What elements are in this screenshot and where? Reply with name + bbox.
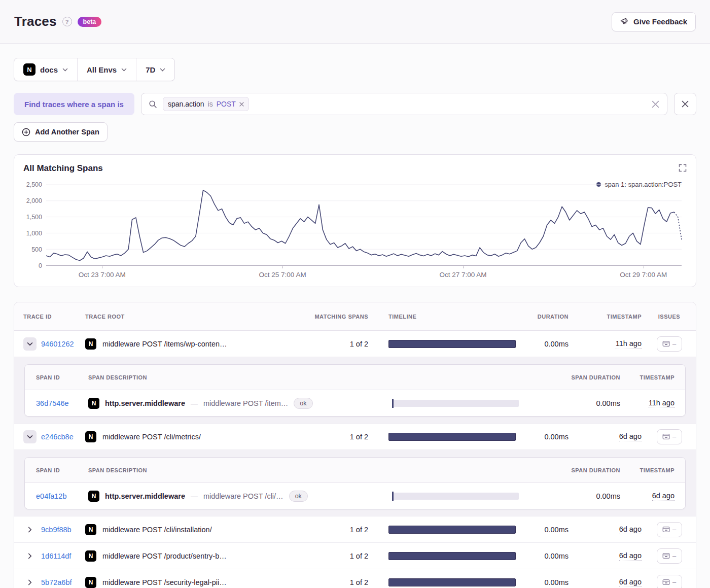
chart-x-axis: Oct 23 7:00 AMOct 25 7:00 AMOct 27 7:00 … <box>46 266 682 283</box>
query-builder-row: Find traces where a span is span.action … <box>14 93 696 115</box>
issues-empty-dash: – <box>672 578 676 586</box>
trace-row[interactable]: 94601262 N middleware POST /items/wp-con… <box>14 331 696 357</box>
chevron-right-icon <box>28 553 32 559</box>
trace-issues-button[interactable]: – <box>657 336 682 352</box>
token-remove-icon[interactable] <box>239 102 244 107</box>
span-table-header: SPAN ID SPAN DESCRIPTION SPAN DURATION T… <box>25 365 685 390</box>
remove-span-condition-button[interactable] <box>674 93 696 115</box>
traces-page: Traces ? beta Give Feedback N docs <box>0 0 710 588</box>
x-axis-label: Oct 23 7:00 AM <box>79 271 126 279</box>
give-feedback-button[interactable]: Give Feedback <box>612 12 696 31</box>
expand-trace-button[interactable] <box>23 576 37 588</box>
trace-id-link[interactable]: 5b72a6bf <box>41 578 72 586</box>
trace-row[interactable]: 9cb9f88b N middleware POST /cli/installa… <box>14 516 696 543</box>
matching-spans-count: 1 of 2 <box>303 433 368 441</box>
trace-timestamp: 6d ago <box>619 432 642 441</box>
col-span-description: SPAN DESCRIPTION <box>88 374 392 381</box>
issues-inbox-icon <box>662 526 670 533</box>
span-row[interactable]: 36d7546e N http.server.middleware — midd… <box>25 390 685 416</box>
span-timeline[interactable] <box>392 400 519 407</box>
trace-timestamp: 6d ago <box>619 578 642 587</box>
expanded-span-section: SPAN ID SPAN DESCRIPTION SPAN DURATION T… <box>14 450 696 516</box>
fullscreen-icon <box>679 164 687 172</box>
chevron-right-icon <box>28 579 32 585</box>
chevron-down-icon <box>27 435 33 439</box>
span-description-text: middleware POST /item… <box>203 399 288 407</box>
trace-duration: 0.00ms <box>516 433 569 441</box>
collapse-trace-button[interactable] <box>23 337 37 351</box>
span-sub-table: SPAN ID SPAN DESCRIPTION SPAN DURATION T… <box>24 457 686 509</box>
x-axis-label: Oct 29 7:00 AM <box>620 271 667 279</box>
matching-spans-count: 1 of 2 <box>303 578 368 586</box>
search-filter-token[interactable]: span.action is POST <box>163 97 249 111</box>
span-table-header: SPAN ID SPAN DESCRIPTION SPAN DURATION T… <box>25 458 685 483</box>
environment-filter[interactable]: All Envs <box>77 58 136 81</box>
trace-timeline-bar[interactable] <box>388 340 516 348</box>
trace-id-link[interactable]: 1d6114df <box>41 552 71 560</box>
trace-row[interactable]: 5b72a6bf N middleware POST /security-leg… <box>14 569 696 588</box>
trace-issues-button[interactable]: – <box>657 575 682 588</box>
y-axis-label: 500 <box>31 246 42 254</box>
trace-issues-button[interactable]: – <box>657 429 682 444</box>
nextjs-platform-icon: N <box>85 431 96 442</box>
help-icon[interactable]: ? <box>62 17 72 26</box>
span-duration: 0.00ms <box>519 399 620 407</box>
nextjs-platform-icon: N <box>88 398 99 409</box>
trace-duration: 0.00ms <box>516 552 569 560</box>
span-timeline[interactable] <box>392 493 519 500</box>
expand-trace-button[interactable] <box>23 523 37 536</box>
trace-id-link[interactable]: 94601262 <box>41 340 74 348</box>
expand-trace-button[interactable] <box>23 549 37 563</box>
trace-timeline-bar[interactable] <box>388 433 516 441</box>
trace-issues-button[interactable]: – <box>657 522 682 537</box>
trace-root-text: middleware POST /product/sentry-b… <box>102 552 227 560</box>
y-axis-label: 1,500 <box>26 213 42 221</box>
span-timestamp: 6d ago <box>652 492 674 501</box>
trace-timeline-bar[interactable] <box>388 526 516 534</box>
traces-table: TRACE ID TRACE ROOT MATCHING SPANS TIMEL… <box>14 302 696 588</box>
issues-inbox-icon <box>662 340 670 348</box>
search-icon <box>149 100 157 109</box>
col-span-duration: SPAN DURATION <box>519 374 620 381</box>
issues-empty-dash: – <box>672 433 676 440</box>
trace-timeline-bar[interactable] <box>388 578 516 586</box>
span-id-link[interactable]: e04fa12b <box>36 492 66 500</box>
give-feedback-label: Give Feedback <box>633 17 687 26</box>
chevron-right-icon <box>28 527 32 533</box>
page-content: N docs All Envs 7D Find traces where a s… <box>0 44 710 588</box>
search-input[interactable]: span.action is POST <box>141 93 667 115</box>
all-matching-spans-chart-panel: All Matching Spans span 1: span.action:P… <box>14 154 696 287</box>
x-axis-tick <box>102 266 102 268</box>
page-filter-bar: N docs All Envs 7D <box>14 58 175 81</box>
x-axis-tick <box>644 266 644 268</box>
date-range-filter-label: 7D <box>146 65 155 74</box>
x-axis-label: Oct 25 7:00 AM <box>259 271 306 279</box>
span-row[interactable]: e04fa12b N http.server.middleware — midd… <box>25 483 685 509</box>
collapse-trace-button[interactable] <box>23 430 37 443</box>
trace-id-link[interactable]: e246cb8e <box>41 433 74 441</box>
col-span-timestamp: TIMESTAMP <box>620 374 685 381</box>
add-another-span-button[interactable]: Add Another Span <box>14 122 108 142</box>
expand-chart-button[interactable] <box>678 163 688 173</box>
trace-row[interactable]: e246cb8e N middleware POST /cli/metrics/… <box>14 424 696 450</box>
trace-row[interactable]: 1d6114df N middleware POST /product/sent… <box>14 543 696 569</box>
col-issues: ISSUES <box>642 314 696 320</box>
trace-timeline-bar[interactable] <box>388 552 516 560</box>
project-filter[interactable]: N docs <box>14 58 77 81</box>
issues-inbox-icon <box>662 433 670 440</box>
issues-inbox-icon <box>662 552 670 560</box>
trace-id-link[interactable]: 9cb9f88b <box>41 526 72 534</box>
trace-issues-button[interactable]: – <box>657 548 682 564</box>
environment-filter-label: All Envs <box>87 65 117 74</box>
spans-line-chart <box>46 185 682 265</box>
nextjs-platform-icon: N <box>85 577 96 588</box>
y-axis-label: 2,500 <box>26 181 42 189</box>
date-range-filter[interactable]: 7D <box>136 58 174 81</box>
chart-plot-area[interactable] <box>46 185 682 266</box>
span-id-link[interactable]: 36d7546e <box>36 399 69 407</box>
beta-badge: beta <box>78 17 102 27</box>
matching-spans-count: 1 of 2 <box>303 552 368 560</box>
close-icon <box>681 100 689 108</box>
clear-search-icon[interactable] <box>651 100 660 111</box>
issues-empty-dash: – <box>672 526 676 533</box>
